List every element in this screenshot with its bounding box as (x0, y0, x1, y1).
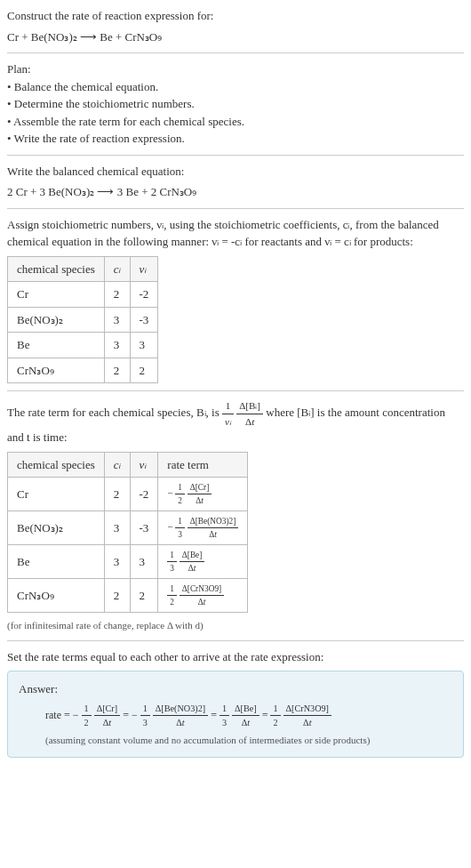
species-cell: Cr (8, 282, 105, 308)
rate-fraction: 1νᵢ (222, 398, 234, 429)
table-header: rate term (158, 452, 248, 478)
plan-item: • Balance the chemical equation. (7, 78, 464, 96)
balanced-section: Write the balanced chemical equation: 2 … (7, 163, 464, 201)
plan-item: • Write the rate of reaction expression. (7, 130, 464, 148)
table-row: Be 3 3 13 Δ[Be]Δt (8, 545, 248, 579)
table-row: Cr 2 -2 − 12 Δ[Cr]Δt (8, 478, 248, 511)
species-cell: Be (8, 545, 105, 579)
ci-cell: 2 (104, 282, 130, 308)
answer-box: Answer: rate = − 12 Δ[Cr]Δt = − 13 Δ[Be(… (7, 671, 464, 758)
divider (7, 390, 464, 391)
vi-cell: -3 (130, 307, 158, 333)
plan-item: • Determine the stoichiometric numbers. (7, 95, 464, 113)
species-cell: CrN₃O₉ (8, 358, 105, 383)
table-row: Cr 2 -2 (8, 282, 158, 308)
rateterm-text: The rate term for each chemical species,… (7, 398, 464, 446)
divider (7, 208, 464, 209)
divider (7, 52, 464, 53)
rateterm-section: The rate term for each chemical species,… (7, 398, 464, 633)
table-header: νᵢ (130, 452, 158, 478)
vi-cell: 2 (130, 579, 158, 613)
plan-title: Plan: (7, 60, 464, 78)
species-cell: Be(NO₃)₂ (8, 307, 105, 333)
table-row: Be(NO₃)₂ 3 -3 (8, 307, 158, 333)
vi-cell: -2 (130, 282, 158, 308)
construct-section: Construct the rate of reaction expressio… (7, 7, 464, 45)
table-header: νᵢ (130, 256, 158, 282)
ci-cell: 3 (104, 511, 130, 545)
rate-cell: − 13 Δ[Be(NO3)2]Δt (158, 511, 248, 545)
construct-equation: Cr + Be(NO₃)₂ ⟶ Be + CrN₃O₉ (7, 28, 464, 46)
species-cell: Cr (8, 478, 105, 511)
rateterm-table: chemical species cᵢ νᵢ rate term Cr 2 -2… (7, 452, 248, 614)
table-header-row: chemical species cᵢ νᵢ (8, 256, 158, 282)
divider (7, 640, 464, 641)
assign-text: Assign stoichiometric numbers, νᵢ, using… (7, 216, 464, 251)
ci-cell: 2 (104, 478, 130, 511)
species-cell: CrN₃O₉ (8, 579, 105, 613)
divider (7, 155, 464, 156)
answer-label: Answer: (19, 680, 452, 698)
ci-cell: 3 (104, 307, 130, 333)
balanced-equation: 2 Cr + 3 Be(NO₃)₂ ⟶ 3 Be + 2 CrN₃O₉ (7, 183, 464, 201)
table-row: CrN₃O₉ 2 2 12 Δ[CrN3O9]Δt (8, 579, 248, 613)
plan-item: • Assemble the rate term for each chemic… (7, 113, 464, 131)
final-title: Set the rate terms equal to each other t… (7, 648, 464, 666)
answer-note: (assuming constant volume and no accumul… (45, 733, 452, 748)
vi-cell: 3 (130, 333, 158, 358)
vi-cell: -2 (130, 478, 158, 511)
rate-fraction: Δ[Bᵢ]Δt (236, 398, 263, 429)
ci-cell: 3 (104, 333, 130, 358)
rate-cell: 12 Δ[CrN3O9]Δt (158, 579, 248, 613)
ci-cell: 2 (104, 579, 130, 613)
assign-section: Assign stoichiometric numbers, νᵢ, using… (7, 216, 464, 384)
rateterm-note: (for infinitesimal rate of change, repla… (7, 618, 464, 633)
ci-cell: 3 (104, 545, 130, 579)
stoich-table: chemical species cᵢ νᵢ Cr 2 -2 Be(NO₃)₂ … (7, 256, 158, 384)
ci-cell: 2 (104, 358, 130, 383)
table-header: cᵢ (104, 256, 130, 282)
table-header: cᵢ (104, 452, 130, 478)
vi-cell: 3 (130, 545, 158, 579)
table-row: CrN₃O₉ 2 2 (8, 358, 158, 383)
table-row: Be 3 3 (8, 333, 158, 358)
table-header-row: chemical species cᵢ νᵢ rate term (8, 452, 248, 478)
species-cell: Be (8, 333, 105, 358)
rate-cell: 13 Δ[Be]Δt (158, 545, 248, 579)
species-cell: Be(NO₃)₂ (8, 511, 105, 545)
table-header: chemical species (8, 452, 105, 478)
table-row: Be(NO₃)₂ 3 -3 − 13 Δ[Be(NO3)2]Δt (8, 511, 248, 545)
final-section: Set the rate terms equal to each other t… (7, 648, 464, 758)
vi-cell: 2 (130, 358, 158, 383)
table-header: chemical species (8, 256, 105, 282)
answer-content: rate = − 12 Δ[Cr]Δt = − 13 Δ[Be(NO3)2]Δt… (45, 702, 452, 730)
plan-section: Plan: • Balance the chemical equation. •… (7, 60, 464, 148)
vi-cell: -3 (130, 511, 158, 545)
balanced-title: Write the balanced chemical equation: (7, 163, 464, 181)
rate-cell: − 12 Δ[Cr]Δt (158, 478, 248, 511)
construct-title: Construct the rate of reaction expressio… (7, 7, 464, 25)
